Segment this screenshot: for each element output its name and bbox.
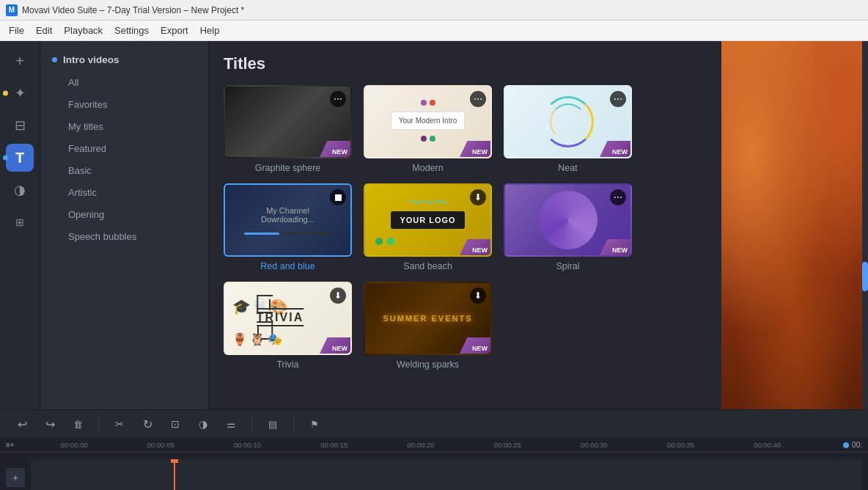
menu-file[interactable]: File	[3, 23, 30, 38]
separator-2	[251, 417, 252, 431]
rotate-button[interactable]: ↻	[137, 414, 158, 434]
download-icon-sand[interactable]: ⬇	[470, 189, 486, 205]
card-label-trivia: Trivia	[276, 359, 298, 370]
nav-item-speech-bubbles[interactable]: Speech bubbles	[45, 226, 204, 247]
playhead-head	[171, 459, 178, 463]
add-timeline-icon[interactable]: ≡+	[6, 441, 15, 449]
card-welding-sparks[interactable]: ⬇ SUMMER EVENTS NEW Welding sparks	[364, 282, 492, 370]
nav-section-label: Intro videos	[63, 54, 119, 65]
wavy-deco: 〜〜〜	[408, 194, 448, 211]
playhead[interactable]	[174, 459, 175, 491]
stop-button[interactable]	[330, 189, 346, 205]
nav-item-favorites[interactable]: Favorites	[45, 94, 204, 115]
menu-playback[interactable]: Playback	[58, 23, 108, 38]
eq-button[interactable]: ⚌	[221, 414, 241, 434]
menu-icon-spiral[interactable]: ⋯	[610, 189, 626, 205]
ruler-marks: 00:00:00 00:00:05 00:00:10 00:00:15 00:0…	[31, 441, 811, 449]
filters-button[interactable]: ⊟	[6, 111, 34, 139]
menu-help[interactable]: Help	[194, 23, 226, 38]
titles-button[interactable]: T	[6, 144, 34, 172]
menu-export[interactable]: Export	[155, 23, 194, 38]
beach-dots	[375, 238, 394, 245]
add-media-button[interactable]: +	[6, 47, 34, 75]
nav-item-all[interactable]: All	[45, 72, 204, 93]
time-15: 00:00:15	[291, 441, 378, 449]
time-25: 00:00:25	[464, 441, 551, 449]
trivia-icons-bottom: 🏺 🦉 🎭	[232, 332, 282, 346]
sandbeach-logo-text: YOUR LOGO	[391, 211, 464, 229]
card-sand-beach[interactable]: ⬇ 〜〜〜 YOUR LOGO NEW Sand beach	[364, 183, 492, 271]
timeline-track[interactable]	[31, 459, 862, 491]
card-modern[interactable]: ⋯ Your Modern Intro NEW Modern	[364, 85, 492, 173]
stickers-button[interactable]: ⊞	[6, 208, 34, 236]
preview-image	[721, 41, 868, 409]
downloading-label: My ChannelDownloading...	[261, 206, 315, 224]
menu-icon-neat[interactable]: ⋯	[610, 91, 626, 107]
color-button[interactable]: ◑	[193, 414, 213, 434]
titles-dot	[3, 156, 8, 161]
flag-button[interactable]: ⚑	[304, 414, 325, 434]
thumb-red-and-blue: My ChannelDownloading...	[224, 183, 352, 257]
menu-settings[interactable]: Settings	[108, 23, 155, 38]
controls-bar: ↩ ↪ 🗑 ✂ ↻ ⊡ ◑ ⚌ ▤ ⚑	[0, 409, 868, 439]
new-badge-trivia: NEW	[320, 337, 350, 354]
time-10: 00:00:10	[204, 441, 290, 449]
thumb-trivia: ⬇ 🎓 🏛 🎨 | TRIVIA | 🏺 🦉 🎭 NEW	[224, 282, 352, 355]
right-preview	[721, 41, 868, 409]
playback-time: 00:	[811, 441, 862, 449]
thumb-modern: ⋯ Your Modern Intro NEW	[364, 85, 492, 158]
crop-button[interactable]: ⊡	[165, 414, 185, 434]
menu-edit[interactable]: Edit	[30, 23, 58, 38]
card-label-modern: Modern	[412, 163, 443, 173]
menu-icon[interactable]: ⋯	[330, 91, 346, 107]
titles-grid: ⋯ NEW Graphite sphere ⋯ Your Modern Intr…	[224, 85, 707, 370]
page-title: Titles	[224, 54, 707, 73]
undo-button[interactable]: ↩	[12, 414, 32, 434]
card-graphite-sphere[interactable]: ⋯ NEW Graphite sphere	[224, 85, 352, 173]
content-scrollbar[interactable]	[862, 41, 868, 409]
progress-bar	[244, 233, 332, 235]
nav-item-basic[interactable]: Basic	[45, 160, 204, 181]
section-bullet	[52, 57, 57, 62]
cut-button[interactable]: ✂	[109, 414, 130, 434]
card-trivia[interactable]: ⬇ 🎓 🏛 🎨 | TRIVIA | 🏺 🦉 🎭 NEW	[224, 282, 352, 370]
thumb-spiral: ⋯ NEW	[504, 183, 632, 257]
card-label-sand: Sand beach	[403, 261, 452, 271]
playback-dot	[843, 442, 849, 448]
card-label-graphite: Graphite sphere	[255, 163, 321, 173]
new-badge-welding: NEW	[460, 337, 490, 354]
effects-button[interactable]: ✦	[6, 79, 34, 107]
nav-panel: Intro videos All Favorites My titles Fea…	[40, 41, 209, 409]
trivia-label-text: | TRIVIA |	[257, 298, 320, 337]
card-label-red-and-blue: Red and blue	[260, 261, 315, 271]
scrollbar-thumb[interactable]	[862, 262, 868, 291]
spiral-graphic	[539, 191, 597, 249]
time-display: 00:	[852, 441, 862, 449]
nav-item-my-titles[interactable]: My titles	[45, 116, 204, 137]
stickers-icon: ⊞	[15, 216, 24, 228]
time-35: 00:00:35	[638, 441, 724, 449]
card-neat[interactable]: ⋯ NEW Neat	[504, 85, 632, 173]
card-red-and-blue[interactable]: My ChannelDownloading... Red and blue	[224, 183, 352, 271]
nav-item-opening[interactable]: Opening	[45, 204, 204, 225]
nav-item-artistic[interactable]: Artistic	[45, 182, 204, 203]
delete-button[interactable]: 🗑	[67, 414, 88, 434]
nav-section-intro-videos[interactable]: Intro videos	[40, 48, 208, 71]
menu-icon-modern[interactable]: ⋯	[470, 91, 486, 107]
captions-button[interactable]: ▤	[262, 414, 283, 434]
card-label-spiral: Spiral	[556, 261, 580, 271]
new-badge-neat: NEW	[600, 141, 630, 157]
main-container: + ✦ ⊟ T ◑ ⊞ Intro videos All Favorites M…	[0, 41, 868, 409]
time-20: 00:00:20	[378, 441, 464, 449]
add-track-button[interactable]: +	[6, 468, 25, 487]
app-logo: M	[6, 4, 18, 16]
download-icon-welding[interactable]: ⬇	[470, 288, 486, 304]
card-spiral[interactable]: ⋯ NEW Spiral	[504, 183, 632, 271]
titles-icon: T	[15, 150, 24, 167]
nav-item-featured[interactable]: Featured	[45, 138, 204, 159]
redo-button[interactable]: ↪	[40, 414, 60, 434]
transitions-button[interactable]: ◑	[6, 176, 34, 204]
card-label-welding: Welding sparks	[397, 359, 459, 370]
download-icon-trivia[interactable]: ⬇	[330, 288, 346, 304]
new-badge-modern: NEW	[460, 141, 490, 157]
